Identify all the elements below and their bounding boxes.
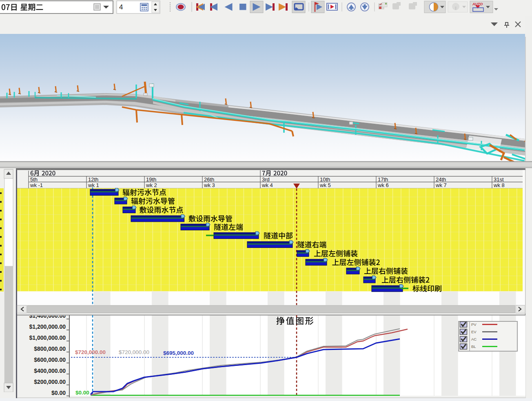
svg-text:5th: 5th	[30, 176, 38, 183]
svg-text:12th: 12th	[88, 176, 98, 183]
svg-text:AC: AC	[471, 337, 477, 341]
svg-text:$800,000.00: $800,000.00	[34, 345, 66, 352]
svg-text:wk 1: wk 1	[88, 182, 99, 188]
svg-text:$1,200,000.00: $1,200,000.00	[29, 323, 66, 330]
svg-text:17th: 17th	[378, 176, 388, 183]
svg-text:EV: EV	[471, 330, 477, 334]
svg-text:wk 3: wk 3	[204, 182, 215, 188]
svg-text:wk 5: wk 5	[319, 182, 331, 188]
svg-text:$600,000.00: $600,000.00	[34, 356, 66, 363]
svg-text:wk 6: wk 6	[377, 182, 389, 188]
svg-text:wk 2: wk 2	[146, 182, 157, 188]
svg-text:31st: 31st	[494, 176, 504, 183]
svg-text:$695,000.00: $695,000.00	[163, 350, 194, 356]
svg-text:wk 8: wk 8	[493, 182, 505, 188]
svg-text:$200,000.00: $200,000.00	[34, 379, 66, 385]
svg-text:wk 7: wk 7	[435, 182, 447, 188]
svg-text:$720,000.00: $720,000.00	[75, 349, 106, 355]
svg-text:$400,000.00: $400,000.00	[34, 368, 66, 374]
svg-text:$720,000.00: $720,000.00	[119, 349, 149, 355]
svg-text:$0.00: $0.00	[51, 390, 66, 396]
svg-text:4: 4	[119, 3, 123, 11]
svg-text:26th: 26th	[204, 176, 214, 183]
svg-text:$0.00: $0.00	[75, 390, 89, 396]
svg-text:BL: BL	[471, 344, 476, 349]
svg-text:wk 4: wk 4	[262, 182, 273, 188]
svg-text:PV: PV	[471, 322, 477, 327]
svg-text:10th: 10th	[320, 176, 330, 183]
svg-text:$1,000,000.00: $1,000,000.00	[29, 334, 66, 341]
svg-text:19th: 19th	[146, 176, 156, 183]
svg-text:wk -1: wk -1	[30, 182, 43, 188]
svg-text:3rd: 3rd	[262, 176, 270, 183]
svg-text:24th: 24th	[436, 176, 446, 183]
